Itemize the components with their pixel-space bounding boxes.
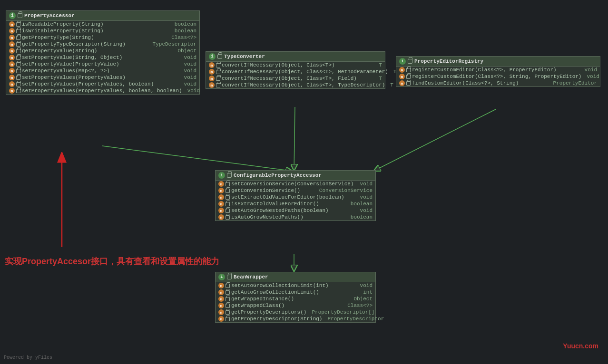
table-row: m registerCustomEditor(Class<?>, String,… xyxy=(396,73,600,80)
method-icon: m xyxy=(218,309,224,315)
method-name: isExtractOldValueForEditor() xyxy=(231,201,345,207)
method-name: getWrappedClass() xyxy=(231,303,342,308)
method-icon: m xyxy=(218,194,224,200)
svg-line-3 xyxy=(102,146,293,171)
property-editor-registry-box: i PropertyEditorRegistry m registerCusto… xyxy=(396,56,600,87)
diagram-container: i PropertyAccessor m isReadableProperty(… xyxy=(0,0,608,364)
access-icon xyxy=(226,209,230,213)
access-icon xyxy=(16,62,20,67)
interface-icon: i xyxy=(218,274,225,280)
property-accessor-box: i PropertyAccessor m isReadableProperty(… xyxy=(6,10,200,95)
method-name: getPropertyTypeDescriptor(String) xyxy=(22,41,147,47)
configurable-property-accessor-header: i ConfigurablePropertyAccessor xyxy=(216,171,375,181)
method-return: boolean xyxy=(171,21,196,27)
table-row: m setPropertyValue(PropertyValue) void xyxy=(6,61,199,67)
method-return: void xyxy=(180,55,196,60)
property-editor-registry-header: i PropertyEditorRegistry xyxy=(396,57,600,67)
access-icon xyxy=(16,82,20,86)
method-icon: m xyxy=(9,68,15,74)
access-icon xyxy=(226,202,230,206)
access-icon xyxy=(406,68,411,72)
table-row: m getPropertyTypeDescriptor(String) Type… xyxy=(6,41,199,48)
access-icon xyxy=(16,56,20,60)
access-icon xyxy=(16,76,20,80)
method-icon: m xyxy=(218,181,224,187)
method-icon: m xyxy=(9,55,15,60)
method-name: isAutoGrowNestedPaths() xyxy=(231,214,345,220)
method-name: getAutoGrowCollectionLimit() xyxy=(231,289,358,295)
watermark: Yuucn.com xyxy=(563,342,598,350)
table-row: m findCustomEditor(Class<?>, String) Pro… xyxy=(396,80,600,86)
method-return: int xyxy=(359,289,373,295)
powered-by: Powered by yFiles xyxy=(4,355,52,360)
method-return: PropertyEditor xyxy=(549,80,597,86)
method-icon: m xyxy=(9,35,15,40)
method-return: T xyxy=(375,76,382,81)
method-name: setPropertyValues(PropertyValues, boolea… xyxy=(22,81,179,87)
configurable-property-accessor-box: i ConfigurablePropertyAccessor m setConv… xyxy=(215,170,376,221)
method-name: getConversionService() xyxy=(231,188,314,193)
method-return: PropertyDescriptor[] xyxy=(308,309,374,315)
method-name: isWritableProperty(String) xyxy=(22,28,169,34)
method-return: void xyxy=(356,181,373,187)
lock-icon xyxy=(408,59,412,64)
method-return: void xyxy=(180,68,196,74)
access-icon xyxy=(226,182,230,186)
method-return: void xyxy=(180,81,196,87)
property-accessor-header: i PropertyAccessor xyxy=(6,11,199,21)
table-row: m setExtractOldValueForEditor(boolean) v… xyxy=(216,194,375,201)
bean-wrapper-box: i BeanWrapper m setAutoGrowCollectionLim… xyxy=(215,272,376,323)
bean-wrapper-header: i BeanWrapper xyxy=(216,272,375,282)
method-icon: m xyxy=(218,303,224,308)
access-icon xyxy=(16,29,20,33)
method-name: getPropertyDescriptors() xyxy=(231,309,306,315)
method-return: void xyxy=(356,194,373,200)
method-return: boolean xyxy=(347,201,373,207)
lock-icon xyxy=(18,13,22,18)
table-row: m setPropertyValues(Map<?, ?>) void xyxy=(6,67,199,74)
access-icon xyxy=(16,69,20,73)
access-icon xyxy=(16,42,20,47)
method-icon: m xyxy=(9,61,15,67)
table-row: m convertIfNecessary(Object, Class<T>, T… xyxy=(206,82,385,88)
table-row: m setConversionService(ConversionService… xyxy=(216,181,375,187)
method-return: Object xyxy=(174,48,196,54)
method-return: void xyxy=(356,283,373,288)
table-row: m isExtractOldValueForEditor() boolean xyxy=(216,201,375,207)
method-name: convertIfNecessary(Object, Class<T>) xyxy=(222,62,373,68)
lock-icon xyxy=(217,54,222,59)
method-name: setPropertyValues(PropertyValues, boolea… xyxy=(22,88,182,94)
access-icon xyxy=(226,290,230,295)
method-return: void xyxy=(180,61,196,67)
access-icon xyxy=(226,297,230,301)
table-row: m getWrappedInstance() Object xyxy=(216,296,375,302)
method-name: registerCustomEditor(Class<?>, String, P… xyxy=(412,74,581,79)
access-icon xyxy=(16,22,20,27)
method-return: void xyxy=(184,88,200,94)
method-return: Class<?> xyxy=(343,303,373,308)
method-return: void xyxy=(583,74,599,79)
table-row: m setAutoGrowNestedPaths(boolean) void xyxy=(216,207,375,214)
method-icon: m xyxy=(209,62,215,68)
table-row: m getPropertyDescriptors() PropertyDescr… xyxy=(216,309,375,316)
method-icon: m xyxy=(399,67,405,73)
method-return: TypeDescriptor xyxy=(149,41,196,47)
method-name: setPropertyValue(String, Object) xyxy=(22,55,179,60)
method-name: setPropertyValues(Map<?, ?>) xyxy=(22,68,179,74)
access-icon xyxy=(226,215,230,220)
method-name: isReadableProperty(String) xyxy=(22,21,169,27)
table-row: m getPropertyType(String) Class<?> xyxy=(6,34,199,41)
access-icon xyxy=(226,195,230,200)
method-name: findCustomEditor(Class<?>, String) xyxy=(412,80,548,86)
method-return: void xyxy=(180,75,196,80)
access-icon xyxy=(226,317,230,321)
access-icon xyxy=(16,49,20,53)
method-name: setAutoGrowNestedPaths(boolean) xyxy=(231,208,355,213)
method-icon: m xyxy=(9,21,15,27)
table-row: m getPropertyValue(String) Object xyxy=(6,48,199,54)
interface-icon: i xyxy=(218,172,225,179)
lock-icon xyxy=(227,173,232,178)
access-icon xyxy=(216,83,220,87)
method-return: Class<?> xyxy=(167,35,196,40)
method-icon: m xyxy=(399,74,405,79)
